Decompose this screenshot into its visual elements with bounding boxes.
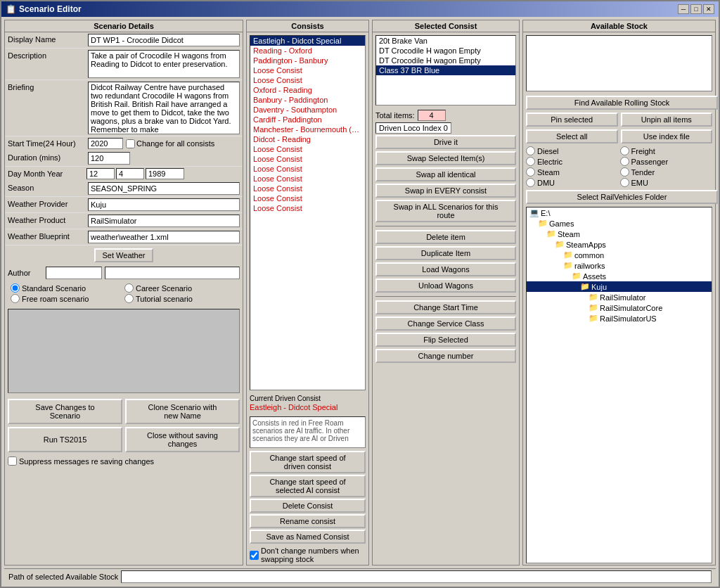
consist-list-item[interactable]: Loose Consist — [250, 75, 365, 85]
dont-change-numbers-checkbox[interactable] — [250, 551, 259, 560]
radio-electric[interactable] — [526, 157, 535, 166]
consist-list-item[interactable]: Loose Consist — [250, 193, 365, 203]
day-input[interactable] — [86, 168, 115, 179]
save-named-consist-button[interactable]: Save as Named Consist — [250, 530, 366, 544]
weather-product-input[interactable] — [88, 215, 240, 227]
tree-item[interactable]: 📁 RailSimulator — [527, 292, 712, 302]
dont-change-numbers-row: Don't change numbers when swapping stock — [250, 547, 366, 563]
year-input[interactable] — [146, 168, 184, 179]
available-stock-list[interactable] — [526, 35, 712, 91]
flip-selected-button[interactable]: Flip Selected — [375, 333, 516, 347]
consist-list-item[interactable]: Didcot - Reading — [250, 134, 365, 144]
radio-free-roam[interactable] — [11, 294, 20, 303]
close-without-saving-button[interactable]: Close without saving changes — [125, 427, 240, 452]
consist-list-item[interactable]: Eastleigh - Didcot Special — [250, 36, 365, 46]
use-index-button[interactable]: Use index file — [621, 129, 713, 143]
tree-item[interactable]: 📁 common — [527, 250, 712, 260]
radio-tutorial[interactable] — [124, 294, 134, 303]
radio-freight[interactable] — [620, 146, 629, 155]
change-service-class-button[interactable]: Change Service Class — [375, 317, 516, 331]
selected-consist-list-item[interactable]: DT Crocodile H wagon Empty — [376, 46, 515, 56]
consist-list-item[interactable]: Cardiff - Paddington — [250, 115, 365, 124]
start-time-input[interactable] — [88, 138, 123, 149]
suppress-messages-checkbox[interactable] — [8, 456, 17, 466]
consist-list-item[interactable]: Loose Consist — [250, 174, 365, 184]
swap-selected-button[interactable]: Swap Selected Item(s) — [375, 151, 516, 165]
change-start-speed-ai-button[interactable]: Change start speed of selected AI consis… — [250, 475, 366, 497]
consist-list-item[interactable]: Loose Consist — [250, 144, 365, 154]
briefing-input[interactable] — [88, 82, 240, 134]
swap-all-scenarios-button[interactable]: Swap in ALL Scenarios for this route — [375, 200, 516, 222]
author-extra-input[interactable] — [105, 267, 240, 279]
tree-item[interactable]: 📁 railworks — [527, 260, 712, 271]
consist-list-item[interactable]: Banbury - Paddington — [250, 95, 365, 105]
tree-item[interactable]: 📁 SteamApps — [527, 239, 712, 250]
consist-list-item[interactable]: Loose Consist — [250, 164, 365, 174]
consist-list-item[interactable]: Loose Consist — [250, 203, 365, 213]
radio-free-roam-label: Free roam scenario — [22, 295, 89, 303]
consist-list-item[interactable]: Manchester - Bournemouth (Failed) — [250, 124, 365, 134]
consists-list[interactable]: Eastleigh - Didcot SpecialReading - Oxfo… — [250, 35, 366, 390]
set-weather-button[interactable]: Set Weather — [94, 248, 154, 262]
find-rolling-stock-button[interactable]: Find Available Rolling Stock — [526, 96, 718, 110]
radio-tender[interactable] — [620, 167, 629, 177]
save-changes-button[interactable]: Save Changes to Scenario — [8, 399, 122, 424]
rename-consist-button[interactable]: Rename consist — [250, 514, 366, 528]
radio-career[interactable] — [124, 283, 134, 293]
consist-list-item[interactable]: Daventry - Southampton — [250, 105, 365, 115]
restore-button[interactable]: □ — [690, 4, 702, 14]
folder-tree[interactable]: 💻 E:\📁 Games📁 Steam📁 SteamApps📁 common📁 … — [526, 207, 712, 563]
selected-consist-list-item[interactable]: Class 37 BR Blue — [376, 65, 515, 75]
load-wagons-button[interactable]: Load Wagons — [375, 262, 516, 276]
duration-input[interactable] — [88, 152, 130, 165]
run-ts2015-button[interactable]: Run TS2015 — [8, 427, 122, 452]
author-input[interactable] — [46, 267, 102, 279]
display-name-input[interactable] — [88, 34, 240, 46]
tree-item[interactable]: 📁 RailSimulatorCore — [527, 302, 712, 313]
minimize-button[interactable]: ─ — [678, 4, 689, 14]
change-start-time-button[interactable]: Change Start Time — [375, 300, 516, 314]
tree-item[interactable]: 📁 Assets — [527, 271, 712, 281]
swap-all-identical-button[interactable]: Swap all identical — [375, 167, 516, 181]
radio-emu[interactable] — [620, 178, 629, 187]
tree-item[interactable]: 📁 Kuju — [527, 281, 712, 292]
delete-consist-button[interactable]: Delete Consist — [250, 499, 366, 513]
change-number-button[interactable]: Change number — [375, 349, 516, 363]
consist-list-item[interactable]: Paddington - Banbury — [250, 56, 365, 65]
season-input[interactable] — [88, 182, 240, 195]
selected-consist-list-item[interactable]: DT Crocodile H wagon Empty — [376, 56, 515, 65]
clone-scenario-button[interactable]: Clone Scenario with new Name — [125, 399, 240, 424]
select-all-button[interactable]: Select all — [526, 129, 618, 143]
delete-item-button[interactable]: Delete item — [375, 230, 516, 244]
change-start-speed-driven-button[interactable]: Change start speed of driven consist — [250, 451, 366, 473]
weather-provider-input[interactable] — [88, 198, 240, 211]
duplicate-item-button[interactable]: Duplicate Item — [375, 246, 516, 260]
tree-item[interactable]: 📁 RailSimulatorUS — [527, 313, 712, 324]
swap-every-consist-button[interactable]: Swap in EVERY consist — [375, 184, 516, 198]
radio-diesel[interactable] — [526, 146, 535, 155]
tree-item[interactable]: 📁 Games — [527, 218, 712, 229]
pin-selected-button[interactable]: Pin selected — [526, 113, 618, 127]
consist-list-item[interactable]: Loose Consist — [250, 65, 365, 75]
radio-steam[interactable] — [526, 167, 535, 177]
selected-consist-list-item[interactable]: 20t Brake Van — [376, 36, 515, 46]
month-input[interactable] — [116, 168, 144, 179]
consist-list-item[interactable]: Oxford - Reading — [250, 85, 365, 95]
unpin-all-button[interactable]: Unpin all items — [621, 113, 713, 127]
consist-list-item[interactable]: Reading - Oxford — [250, 46, 365, 56]
change-all-checkbox[interactable] — [126, 139, 135, 148]
weather-blueprint-input[interactable] — [88, 231, 240, 243]
radio-dmu[interactable] — [526, 178, 535, 187]
selected-consist-list[interactable]: 20t Brake VanDT Crocodile H wagon EmptyD… — [375, 35, 516, 106]
radio-standard[interactable] — [11, 283, 20, 293]
select-railvehicles-folder-button[interactable]: Select RailVehicles Folder — [526, 190, 718, 204]
consist-list-item[interactable]: Loose Consist — [250, 184, 365, 193]
tree-item[interactable]: 💻 E:\ — [527, 207, 712, 218]
unload-wagons-button[interactable]: Unload Wagons — [375, 279, 516, 293]
radio-passenger[interactable] — [620, 157, 629, 166]
consist-list-item[interactable]: Loose Consist — [250, 154, 365, 164]
tree-item[interactable]: 📁 Steam — [527, 229, 712, 239]
description-input[interactable] — [88, 50, 240, 78]
close-button[interactable]: ✕ — [703, 4, 714, 14]
drive-it-button[interactable]: Drive it — [375, 135, 516, 149]
